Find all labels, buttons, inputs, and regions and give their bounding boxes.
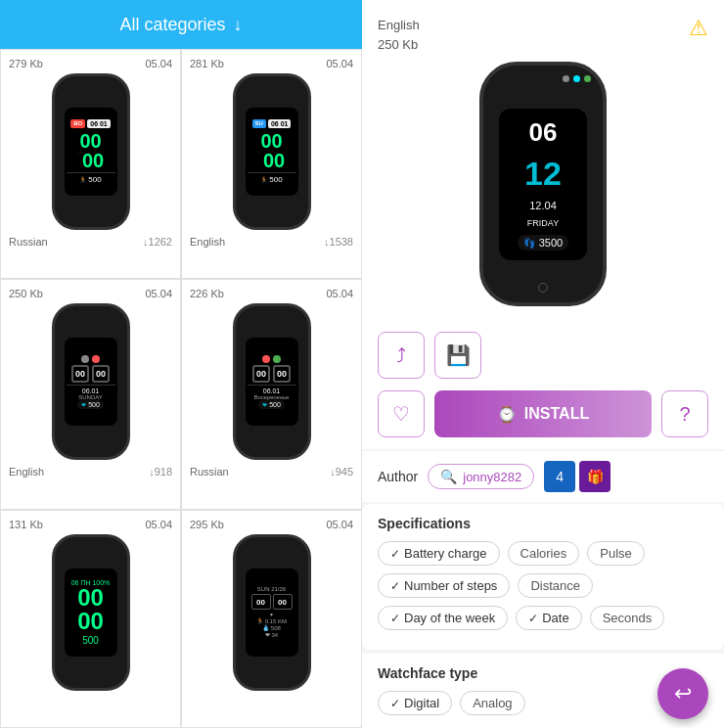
tag-pulse[interactable]: Pulse [587, 541, 645, 566]
question-icon: ? [679, 403, 690, 426]
detail-size: 250 Kb [378, 35, 420, 55]
watchface-title: Watchface type [378, 665, 708, 681]
item4-downloads: ↓945 [330, 466, 353, 478]
item1-screen: BO 06 01 00 : 00 🏃 500 [65, 108, 117, 196]
tags-row-2: ✓ Number of steps Distance [378, 573, 708, 598]
tag-seconds[interactable]: Seconds [590, 606, 665, 630]
item1-downloads: ↓1262 [143, 236, 172, 248]
item1-lang: Russian [9, 236, 48, 248]
action-row-2: ♡ ⌚ INSTALL ? [362, 379, 724, 449]
item5-watch-image: 06 ПН 100% 00 00 500 [52, 534, 130, 691]
item6-size: 295 Kb [190, 519, 224, 530]
tag-calories[interactable]: Calories [508, 541, 580, 566]
item4-lang: Russian [190, 466, 229, 478]
detail-hour: 06 [529, 117, 558, 148]
tag-calories-label: Calories [520, 546, 567, 561]
check-icon-4: ✓ [528, 612, 538, 625]
heart-icon: ♡ [392, 402, 410, 426]
fab-back-button[interactable]: ↩ [657, 668, 708, 719]
tag-steps[interactable]: ✓ Number of steps [378, 573, 510, 598]
header-bar[interactable]: All categories ↓ [0, 0, 362, 49]
watch-item-4[interactable]: 226 Kb 05.04 00 00 06.0 [181, 279, 362, 509]
item6-screen: SUN 21/26 00 00 ▼ 🏃 0.15 KM 💧 508 [246, 569, 298, 657]
tag-dayofweek-label: Day of the week [404, 611, 495, 625]
author-icons: 4 🎁 [544, 461, 611, 492]
detail-watch: 06 12 12.04 FRIDAY 👣 3500 [479, 62, 607, 306]
detail-lang-info: English 250 Kb ⚠ [378, 16, 708, 54]
item3-screen: 00 00 06.01 SUNDAY ❤ 500 [65, 338, 117, 426]
item4-size: 226 Kb [190, 288, 224, 299]
item3-downloads: ↓918 [149, 466, 172, 478]
fab-back-icon: ↩ [674, 681, 692, 706]
watch-item-3[interactable]: 250 Kb 05.04 00 00 06.0 [0, 279, 181, 509]
item1-watch-image: BO 06 01 00 : 00 🏃 500 [52, 73, 130, 230]
item6-date: 05.04 [326, 519, 353, 530]
specifications-section: Specifications ✓ Battery charge Calories… [362, 504, 724, 650]
tag-battery[interactable]: ✓ Battery charge [378, 541, 500, 566]
check-icon-2: ✓ [390, 579, 400, 593]
tag-distance[interactable]: Distance [518, 573, 593, 598]
detail-watch-screen: 06 12 12.04 FRIDAY 👣 3500 [499, 109, 587, 260]
author-donate-icon[interactable]: 🎁 [579, 461, 611, 492]
tag-analog[interactable]: Analog [460, 691, 524, 715]
tag-dayofweek[interactable]: ✓ Day of the week [378, 606, 508, 630]
detail-section: English 250 Kb ⚠ 06 12 12.04 FRIDAY [362, 0, 724, 322]
watch-item-5[interactable]: 131 Kb 05.04 06 ПН 100% 00 00 500 [0, 510, 181, 728]
tag-distance-label: Distance [530, 578, 580, 593]
watch-grid: 279 Kb 05.04 BO 06 01 00 : [0, 49, 362, 728]
install-button[interactable]: ⌚ INSTALL [434, 390, 652, 437]
item5-screen: 06 ПН 100% 00 00 500 [65, 569, 117, 657]
item2-lang: English [190, 236, 225, 248]
share-button[interactable]: ⤴ [378, 332, 425, 379]
install-label: INSTALL [524, 405, 589, 423]
tags-row-1: ✓ Battery charge Calories Pulse [378, 541, 708, 566]
author-icon-label: 4 [556, 469, 564, 484]
watch-item-1[interactable]: 279 Kb 05.04 BO 06 01 00 : [0, 49, 181, 279]
favorite-button[interactable]: ♡ [378, 390, 425, 437]
item3-watch-image: 00 00 06.01 SUNDAY ❤ 500 [52, 303, 130, 460]
help-button[interactable]: ? [661, 390, 708, 437]
specifications-title: Specifications [378, 516, 708, 531]
header-title: All categories [119, 15, 225, 35]
item1-date: 05.04 [145, 58, 172, 69]
tag-pulse-label: Pulse [600, 546, 632, 561]
check-icon-3: ✓ [390, 612, 400, 625]
save-icon: 💾 [446, 343, 471, 367]
donate-icon: 🎁 [587, 469, 604, 484]
author-icon-4[interactable]: 4 [544, 461, 575, 492]
watch-item-6[interactable]: 295 Kb 05.04 SUN 21/26 00 00 [181, 510, 362, 728]
item3-date: 05.04 [145, 288, 172, 299]
action-row-1: ⤴ 💾 [362, 322, 724, 379]
tag-date[interactable]: ✓ Date [516, 606, 581, 630]
author-search-icon: 🔍 [440, 469, 457, 484]
item4-date: 05.04 [326, 288, 353, 299]
item2-downloads: ↓1538 [324, 236, 353, 248]
item3-lang: English [9, 466, 44, 478]
check-icon: ✓ [390, 547, 400, 561]
detail-day: FRIDAY [527, 218, 559, 228]
detail-lang: English [378, 16, 420, 35]
share-icon: ⤴ [396, 344, 406, 367]
detail-min: 12 [524, 155, 562, 192]
tag-seconds-label: Seconds [603, 611, 653, 625]
item4-watch-image: 00 00 06.01 Воскресенье ❤ 500 [233, 303, 311, 460]
tag-digital[interactable]: ✓ Digital [378, 691, 452, 715]
author-search-box[interactable]: 🔍 jonny8282 [428, 464, 534, 489]
tag-battery-label: Battery charge [404, 546, 487, 561]
steps-icon: 👣 [523, 238, 535, 249]
right-panel: English 250 Kb ⚠ 06 12 12.04 FRIDAY [362, 0, 724, 728]
item2-screen: SU 06 01 00 : 00 🏃 500 [246, 108, 298, 196]
item6-watch-image: SUN 21/26 00 00 ▼ 🏃 0.15 KM 💧 508 [233, 534, 311, 691]
item5-date: 05.04 [145, 519, 172, 530]
check-icon-5: ✓ [390, 697, 400, 710]
install-watch-icon: ⌚ [497, 405, 517, 424]
tags-row-3: ✓ Day of the week ✓ Date Seconds [378, 606, 708, 630]
detail-steps: 3500 [539, 237, 563, 249]
watch-item-2[interactable]: 281 Kb 05.04 SU 06 01 00 : [181, 49, 362, 279]
tag-digital-label: Digital [404, 696, 439, 710]
author-row: Author 🔍 jonny8282 4 🎁 [362, 451, 724, 502]
save-button[interactable]: 💾 [434, 332, 481, 379]
item1-size: 279 Kb [9, 58, 43, 69]
item5-size: 131 Kb [9, 519, 43, 530]
tag-steps-label: Number of steps [404, 578, 497, 593]
